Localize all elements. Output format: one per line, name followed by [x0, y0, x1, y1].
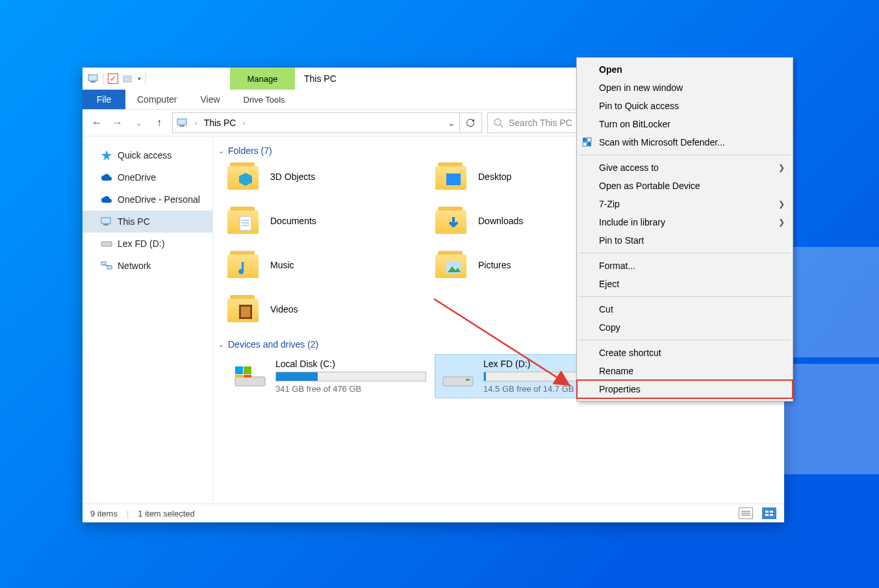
separator	[103, 73, 104, 84]
ctx-7zip[interactable]: 7-Zip❯	[577, 195, 793, 213]
svg-rect-9	[103, 224, 108, 225]
folder-3d-objects[interactable]: 3D Objects	[227, 161, 429, 192]
svg-rect-35	[770, 511, 773, 513]
nav-label: OneDrive	[118, 172, 156, 183]
ctx-properties[interactable]: Properties	[577, 380, 793, 398]
tab-file[interactable]: File	[83, 90, 125, 109]
new-folder-qat-icon[interactable]	[122, 74, 134, 83]
drive-free-text: 341 GB free of 476 GB	[275, 384, 426, 394]
nav-network[interactable]: Network	[83, 255, 212, 277]
nav-this-pc[interactable]: This PC	[83, 211, 212, 233]
ctx-defender-scan[interactable]: Scan with Microsoft Defender...	[577, 133, 793, 151]
nav-onedrive[interactable]: OneDrive	[83, 166, 212, 188]
nav-lex-fd[interactable]: Lex FD (D:)	[83, 233, 212, 255]
nav-back-button[interactable]: ←	[89, 115, 105, 131]
ctx-pin-to-start[interactable]: Pin to Start	[577, 231, 793, 249]
ctx-format[interactable]: Format...	[577, 257, 793, 275]
breadcrumb-this-pc[interactable]: This PC	[204, 118, 236, 128]
folder-icon	[435, 205, 469, 236]
folder-music[interactable]: Music	[227, 249, 429, 281]
folder-documents[interactable]: Documents	[227, 205, 429, 236]
tab-view[interactable]: View	[188, 90, 231, 109]
folder-label: Videos	[270, 304, 298, 314]
svg-rect-26	[244, 366, 251, 374]
folder-label: Documents	[270, 216, 316, 226]
chevron-down-icon: ⌄	[218, 340, 224, 349]
group-label: Devices and drives (2)	[228, 339, 318, 350]
nav-label: OneDrive - Personal	[118, 194, 200, 205]
contextual-tab-manage[interactable]: Manage	[230, 68, 295, 90]
nav-forward-button[interactable]: →	[110, 115, 125, 131]
svg-marker-7	[101, 150, 112, 160]
properties-qat-icon[interactable]	[108, 73, 118, 84]
svg-point-5	[494, 119, 501, 125]
ctx-copy[interactable]: Copy	[577, 318, 793, 337]
ctx-separator	[578, 340, 791, 340]
svg-rect-37	[770, 514, 773, 516]
tiles-view-button[interactable]	[762, 507, 776, 519]
tab-drive-tools[interactable]: Drive Tools	[232, 90, 297, 109]
folder-label: Downloads	[478, 216, 523, 226]
folder-icon	[227, 249, 261, 281]
chevron-right-icon: ❯	[778, 199, 785, 209]
drive-icon	[233, 359, 268, 389]
manage-label: Manage	[230, 68, 295, 90]
folder-icon	[227, 294, 261, 325]
svg-rect-29	[443, 377, 473, 386]
ctx-open[interactable]: Open	[577, 60, 793, 79]
ctx-pin-quick-access[interactable]: Pin to Quick access	[577, 97, 793, 115]
svg-rect-16	[240, 216, 251, 231]
qat-dropdown-icon[interactable]: ▾	[138, 75, 141, 82]
ctx-include-in-library[interactable]: Include in library❯	[577, 213, 793, 231]
chevron-right-icon: ❯	[778, 163, 785, 172]
search-icon	[493, 118, 503, 128]
svg-rect-36	[765, 514, 769, 516]
svg-rect-11	[101, 262, 106, 265]
search-placeholder: Search This PC	[509, 118, 572, 128]
drive-icon	[101, 238, 112, 249]
pc-icon	[88, 74, 99, 83]
status-item-count: 9 items	[90, 509, 118, 518]
ctx-create-shortcut[interactable]: Create shortcut	[577, 344, 793, 362]
folder-videos[interactable]: Videos	[227, 294, 429, 325]
nav-quick-access[interactable]: Quick access	[83, 144, 212, 166]
chevron-right-icon[interactable]: ›	[240, 119, 248, 127]
nav-recent-dropdown[interactable]: ⌄	[131, 115, 146, 131]
svg-rect-34	[765, 511, 769, 513]
ctx-give-access-to[interactable]: Give access to❯	[577, 159, 793, 177]
folder-icon	[227, 161, 261, 192]
ctx-eject[interactable]: Eject	[577, 275, 793, 293]
cloud-icon	[101, 194, 112, 205]
svg-rect-30	[466, 379, 470, 381]
folder-icon	[227, 205, 261, 236]
nav-up-button[interactable]: ↑	[151, 115, 167, 131]
nav-label: Network	[118, 261, 151, 271]
svg-rect-12	[107, 266, 112, 269]
address-bar[interactable]: › This PC › ⌄	[172, 112, 460, 133]
svg-rect-23	[241, 307, 250, 317]
svg-rect-0	[88, 75, 97, 81]
tab-computer[interactable]: Computer	[125, 90, 188, 109]
drive-local-disk-c[interactable]: Local Disk (C:) 341 GB free of 476 GB	[227, 355, 429, 398]
refresh-button[interactable]	[459, 112, 482, 133]
ctx-rename[interactable]: Rename	[577, 362, 793, 380]
drive-icon	[440, 359, 476, 389]
ctx-open-portable-device[interactable]: Open as Portable Device	[577, 177, 793, 195]
chevron-right-icon: ❯	[778, 218, 785, 227]
folder-label: 3D Objects	[270, 172, 315, 182]
status-bar: 9 items | 1 item selected	[83, 504, 784, 522]
details-view-button[interactable]	[739, 507, 753, 519]
status-selected-count: 1 item selected	[138, 509, 194, 518]
star-icon	[101, 149, 112, 161]
drive-name: Local Disk (C:)	[275, 359, 426, 369]
folder-label: Desktop	[478, 172, 511, 182]
address-dropdown-icon[interactable]: ⌄	[448, 118, 455, 128]
svg-rect-8	[101, 218, 110, 224]
ctx-open-new-window[interactable]: Open in new window	[577, 79, 793, 97]
nav-onedrive-personal[interactable]: OneDrive - Personal	[83, 188, 212, 211]
svg-line-6	[500, 125, 503, 127]
chevron-right-icon[interactable]: ›	[192, 119, 200, 127]
svg-rect-42	[587, 142, 591, 146]
ctx-cut[interactable]: Cut	[577, 300, 793, 318]
ctx-bitlocker[interactable]: Turn on BitLocker	[577, 115, 793, 133]
